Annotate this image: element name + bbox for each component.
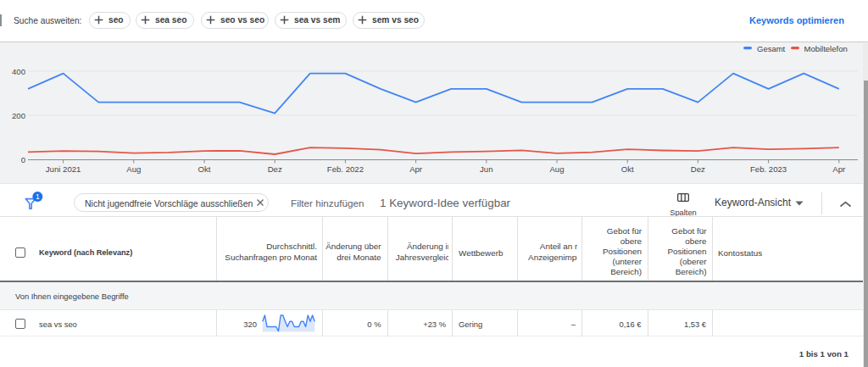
svg-text:Juni 2021: Juni 2021 xyxy=(46,164,81,174)
svg-text:Dez: Dez xyxy=(691,164,705,174)
svg-text:Feb. 2022: Feb. 2022 xyxy=(327,164,364,174)
svg-text:Apr: Apr xyxy=(409,164,423,174)
svg-text:Mobiltelefon: Mobiltelefon xyxy=(804,44,848,53)
svg-text:0: 0 xyxy=(21,155,25,164)
svg-text:Aug: Aug xyxy=(126,164,141,174)
svg-text:Jun: Jun xyxy=(480,164,492,174)
svg-text:Okt: Okt xyxy=(198,164,211,174)
svg-text:1: 1 xyxy=(36,192,40,201)
svg-text:Apr: Apr xyxy=(832,164,846,174)
svg-text:Dez: Dez xyxy=(268,164,282,174)
svg-text:400: 400 xyxy=(12,67,25,76)
svg-text:Feb. 2023: Feb. 2023 xyxy=(750,164,787,174)
svg-text:Aug: Aug xyxy=(549,164,564,174)
svg-text:Okt: Okt xyxy=(621,164,634,174)
svg-text:200: 200 xyxy=(12,111,25,120)
svg-text:Gesamt: Gesamt xyxy=(757,44,786,53)
